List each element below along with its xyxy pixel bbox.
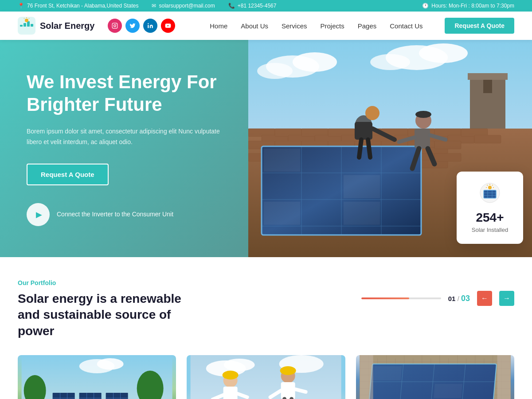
logo[interactable]: Solar Energy: [18, 17, 94, 35]
portfolio-card-1[interactable]: [18, 355, 176, 399]
portfolio-header: Solar energy is a renewable and sustaina…: [18, 291, 514, 339]
portfolio-tag: Our Portfolio: [18, 279, 514, 286]
svg-point-159: [280, 366, 296, 375]
hours-text: Hours: Mon-Fri : 8:00am to 7:30pm: [431, 3, 514, 9]
email-icon: ✉: [152, 3, 156, 9]
svg-rect-81: [344, 175, 380, 198]
nav-services[interactable]: Services: [282, 22, 307, 30]
topbar-phone: 📞 +81 12345-4567: [228, 3, 277, 9]
youtube-icon[interactable]: [161, 19, 175, 33]
page-total: 03: [461, 294, 470, 303]
svg-point-141: [224, 359, 255, 371]
svg-rect-42: [474, 135, 501, 143]
instagram-icon[interactable]: [108, 19, 122, 33]
hero-left: We Invest Energy For Brighter Future Bor…: [0, 40, 248, 257]
portfolio-title: Solar energy is a renewable and sustaina…: [18, 291, 195, 339]
svg-point-19: [419, 43, 468, 63]
topbar: 📍 76 Front St, Ketchikan - Alabama,Unite…: [0, 0, 532, 12]
email-text: solarsupport@mail.com: [159, 3, 215, 9]
svg-line-110: [487, 185, 488, 186]
svg-line-89: [359, 140, 361, 157]
svg-rect-4: [31, 24, 33, 27]
logo-icon: [18, 17, 35, 35]
hero-video-section: Connect the Inverter to the Consumer Uni…: [27, 203, 222, 226]
svg-rect-80: [264, 149, 300, 172]
svg-rect-3: [27, 21, 30, 27]
linkedin-icon[interactable]: [143, 19, 157, 33]
nav-links: Home About Us Services Projects Pages Co…: [210, 18, 514, 34]
page-indicator: 01 / 03: [448, 294, 470, 303]
portfolio-grid: [18, 355, 514, 399]
svg-rect-9: [113, 23, 118, 28]
video-label: Connect the Inverter to the Consumer Uni…: [57, 210, 173, 219]
svg-point-5: [25, 19, 28, 22]
nav-about[interactable]: About Us: [241, 22, 268, 30]
svg-rect-1: [20, 25, 23, 27]
svg-point-10: [114, 25, 116, 27]
progress-bar-fill: [361, 297, 409, 299]
hero-description: Borem ipsum dolor sit amet, consectetur …: [27, 126, 222, 148]
address-text: 76 Front St, Ketchikan - Alabama,United …: [27, 3, 138, 9]
nav-home[interactable]: Home: [210, 22, 227, 30]
svg-line-7: [29, 18, 29, 19]
navbar: Solar Energy Home About Us Services Proj…: [0, 12, 532, 40]
svg-rect-2: [23, 23, 26, 27]
svg-point-138: [97, 358, 124, 370]
svg-rect-166: [360, 355, 510, 362]
portfolio-card-3[interactable]: [356, 355, 514, 399]
request-quote-hero-button[interactable]: Request A Quote: [27, 164, 109, 185]
nav-pages[interactable]: Pages: [358, 22, 377, 30]
twitter-icon[interactable]: [125, 19, 140, 33]
clock-icon: 🕐: [422, 3, 429, 9]
portfolio-section: Our Portfolio Solar energy is a renewabl…: [0, 257, 532, 399]
svg-point-86: [365, 106, 379, 120]
svg-rect-202: [373, 366, 402, 380]
social-icons: [108, 19, 175, 33]
svg-point-12: [148, 23, 149, 24]
request-quote-nav-button[interactable]: Request A Quote: [445, 18, 514, 34]
svg-rect-91: [415, 129, 430, 149]
svg-point-11: [116, 24, 117, 24]
svg-point-16: [293, 52, 337, 72]
svg-rect-87: [355, 122, 372, 140]
topbar-address: 📍 76 Front St, Ketchikan - Alabama,Unite…: [18, 3, 138, 9]
hero-section: We Invest Energy For Brighter Future Bor…: [0, 40, 532, 257]
nav-projects[interactable]: Projects: [321, 22, 344, 30]
svg-rect-83: [344, 202, 380, 225]
svg-rect-72: [434, 153, 461, 161]
play-button[interactable]: [27, 203, 50, 226]
svg-rect-22: [468, 73, 508, 80]
nav-contact[interactable]: Contact Us: [390, 22, 422, 30]
svg-rect-23: [483, 80, 492, 93]
portfolio-prev-button[interactable]: ←: [477, 291, 492, 306]
progress-bar-wrap: [361, 297, 441, 299]
svg-point-93: [415, 111, 431, 118]
phone-icon: 📞: [228, 3, 235, 9]
hero-title: We Invest Energy For Brighter Future: [27, 71, 222, 116]
stats-card: 254+ Solar Installed: [457, 172, 523, 244]
svg-line-109: [492, 185, 493, 186]
svg-rect-57: [434, 141, 461, 149]
page-current: 01: [448, 295, 456, 302]
svg-rect-208: [497, 355, 510, 399]
svg-line-8: [24, 18, 24, 19]
topbar-email: ✉ solarsupport@mail.com: [152, 3, 215, 9]
svg-point-17: [257, 63, 293, 79]
stats-icon: [469, 182, 511, 207]
logo-text: Solar Energy: [40, 21, 94, 31]
svg-rect-207: [360, 355, 373, 399]
portfolio-card-2-image: [187, 355, 345, 399]
svg-rect-101: [484, 190, 496, 198]
svg-rect-203: [434, 384, 462, 398]
svg-point-20: [370, 54, 410, 70]
location-icon: 📍: [18, 3, 24, 9]
svg-line-90: [368, 140, 370, 157]
page-separator: /: [458, 295, 459, 302]
svg-rect-153: [223, 387, 238, 399]
svg-rect-82: [264, 202, 300, 225]
portfolio-next-button[interactable]: →: [499, 291, 514, 306]
portfolio-navigation: 01 / 03 ← →: [361, 291, 514, 306]
svg-point-152: [223, 371, 239, 379]
portfolio-card-2[interactable]: [187, 355, 345, 399]
svg-point-107: [488, 186, 492, 189]
